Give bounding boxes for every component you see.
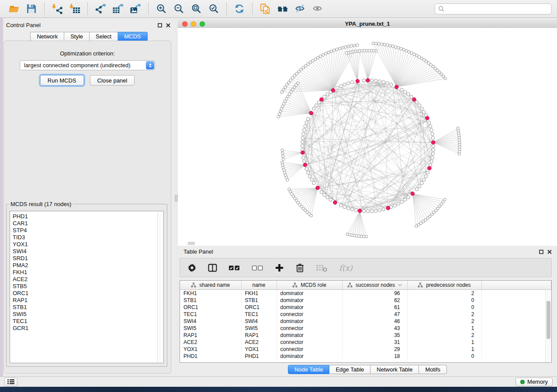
tab-edge-table[interactable]: Edge Table	[329, 365, 370, 374]
mcds-result-item[interactable]: SWI5	[13, 311, 163, 318]
table-panel-tabs: Node Table Edge Table Network Table Moti…	[288, 365, 447, 374]
splitter-grip[interactable]	[175, 195, 178, 202]
zoom-fit-icon[interactable]	[190, 3, 202, 14]
table-row[interactable]: PHD1PHD1dominator180	[180, 353, 551, 360]
table-row[interactable]: FKH1FKH1dominator962	[180, 290, 551, 297]
mcds-result-item[interactable]: SWI4	[13, 248, 163, 255]
zoom-in-icon[interactable]	[155, 3, 167, 14]
toolbar-separator	[148, 3, 149, 15]
add-column-icon[interactable]	[274, 263, 284, 273]
network-canvas[interactable]	[178, 28, 557, 246]
memory-button[interactable]: Memory	[515, 378, 553, 386]
select-all-checkboxes-icon[interactable]	[228, 263, 241, 273]
mcds-result-item[interactable]: ORC1	[13, 290, 163, 297]
network-home-icon[interactable]	[277, 3, 289, 14]
import-table-icon[interactable]	[69, 3, 81, 14]
tab-style[interactable]: Style	[64, 32, 90, 41]
tab-select[interactable]: Select	[90, 32, 118, 41]
cell-mcds_role: connector	[277, 339, 342, 346]
export-network-icon[interactable]	[94, 3, 107, 14]
column-header-predecessor-nodes[interactable]: predecessor nodes	[407, 281, 481, 290]
optimization-criterion-select[interactable]: largest connected component (undirected)	[20, 60, 155, 70]
hide-selected-icon[interactable]	[294, 3, 306, 14]
float-panel-icon[interactable]	[158, 23, 162, 28]
hierarchy-icon	[292, 282, 298, 288]
horizontal-splitter-grip[interactable]	[188, 242, 195, 245]
column-header-name[interactable]: name	[241, 281, 277, 290]
import-network-icon[interactable]	[51, 3, 63, 14]
deselect-all-checkboxes-icon[interactable]	[251, 263, 264, 273]
mcds-result-item[interactable]: STP4	[13, 227, 163, 234]
mcds-result-item[interactable]: GCR1	[13, 325, 163, 332]
mcds-result-list[interactable]: PHD1CAR1STP4TID3YOX1SWI4SRD1PMA2FKH1ACE2…	[10, 211, 164, 363]
function-builder-icon[interactable]: f(x)	[339, 263, 353, 273]
mcds-result-item[interactable]: PHD1	[13, 213, 163, 220]
close-panel-icon[interactable]	[166, 23, 170, 28]
cell-filler	[481, 346, 551, 353]
window-close-icon[interactable]	[182, 21, 187, 27]
cell-predecessor_nodes: 1	[407, 325, 481, 332]
tab-node-table[interactable]: Node Table	[288, 365, 330, 374]
tab-network[interactable]: Network	[30, 32, 64, 41]
export-image-icon[interactable]	[129, 3, 142, 14]
gear-icon[interactable]	[187, 263, 197, 273]
cell-name: RAP1	[241, 332, 277, 339]
show-all-icon[interactable]	[311, 3, 324, 14]
search-field[interactable]	[435, 3, 552, 14]
delete-table-icon[interactable]	[315, 263, 328, 273]
table-row[interactable]: SWI5SWI5connector431	[180, 325, 551, 332]
mcds-result-item[interactable]: PMA2	[13, 262, 163, 269]
save-icon[interactable]	[25, 3, 38, 14]
close-table-panel-icon[interactable]	[547, 250, 552, 254]
mcds-result-item[interactable]: YOX1	[13, 241, 163, 248]
table-row[interactable]: ACE2ACE2connector311	[180, 339, 551, 346]
task-history-icon[interactable]	[4, 378, 17, 386]
mcds-result-item[interactable]: RAP1	[13, 297, 163, 304]
search-input[interactable]	[446, 5, 548, 13]
cell-name: FKH1	[241, 290, 277, 297]
desktop-edge	[0, 18, 3, 376]
run-mcds-button[interactable]: Run MCDS	[40, 75, 84, 86]
mcds-result-item[interactable]: STB1	[13, 304, 163, 311]
network-view-titlebar[interactable]: YPA_prune.txt_1	[178, 20, 557, 28]
refresh-view-icon[interactable]	[233, 3, 246, 14]
hierarchy-icon	[347, 282, 353, 288]
zoom-selected-icon[interactable]	[208, 3, 220, 14]
float-table-panel-icon[interactable]	[539, 250, 543, 254]
cell-filler	[481, 318, 551, 325]
table-row[interactable]: RAP1RAP1dominator352	[180, 332, 551, 339]
mcds-result-item[interactable]: TEC1	[13, 318, 163, 325]
new-network-from-selection-icon[interactable]	[259, 3, 271, 14]
vertical-splitter[interactable]	[175, 18, 178, 376]
window-maximize-icon[interactable]	[200, 21, 205, 27]
zoom-out-icon[interactable]	[173, 3, 185, 14]
delete-column-icon[interactable]	[295, 263, 305, 273]
split-columns-icon[interactable]	[208, 263, 218, 273]
cell-name: TEC1	[241, 311, 277, 318]
table-row[interactable]: SWI4SWI4dominator462	[180, 318, 551, 325]
list-scroll-gutter[interactable]	[157, 211, 163, 363]
mcds-result-item[interactable]: TID3	[13, 234, 163, 241]
mcds-result-item[interactable]: FKH1	[13, 269, 163, 276]
mcds-result-item[interactable]: CAR1	[13, 220, 163, 227]
tab-network-table[interactable]: Network Table	[370, 365, 419, 374]
close-panel-button[interactable]: Close panel	[90, 75, 135, 86]
table-row[interactable]: YOX1YOX1connector291	[180, 346, 551, 353]
mcds-result-item[interactable]: STB5	[13, 283, 163, 290]
table-scrollbar-thumb[interactable]	[547, 301, 550, 339]
mcds-result-item[interactable]: ACE2	[13, 276, 163, 283]
network-view-window: YPA_prune.txt_1	[178, 18, 557, 246]
open-folder-icon[interactable]	[8, 3, 20, 14]
column-header-mcds-role[interactable]: MCDS role	[277, 281, 342, 290]
table-scrollbar[interactable]	[545, 290, 551, 362]
export-table-icon[interactable]	[112, 3, 124, 14]
column-header-successor-nodes[interactable]: successor nodes	[342, 281, 407, 290]
table-row[interactable]: TEC1TEC1connector472	[180, 311, 551, 318]
mcds-result-item[interactable]: SRD1	[13, 255, 163, 262]
tab-mcds[interactable]: MCDS	[118, 32, 147, 41]
table-row[interactable]: ORC1ORC1dominator610	[180, 304, 551, 311]
tab-motifs[interactable]: Motifs	[419, 365, 447, 374]
table-row[interactable]: STB1STB1dominator620	[180, 297, 551, 304]
column-header-shared-name[interactable]: shared name	[180, 281, 241, 290]
window-minimize-icon[interactable]	[191, 21, 196, 27]
